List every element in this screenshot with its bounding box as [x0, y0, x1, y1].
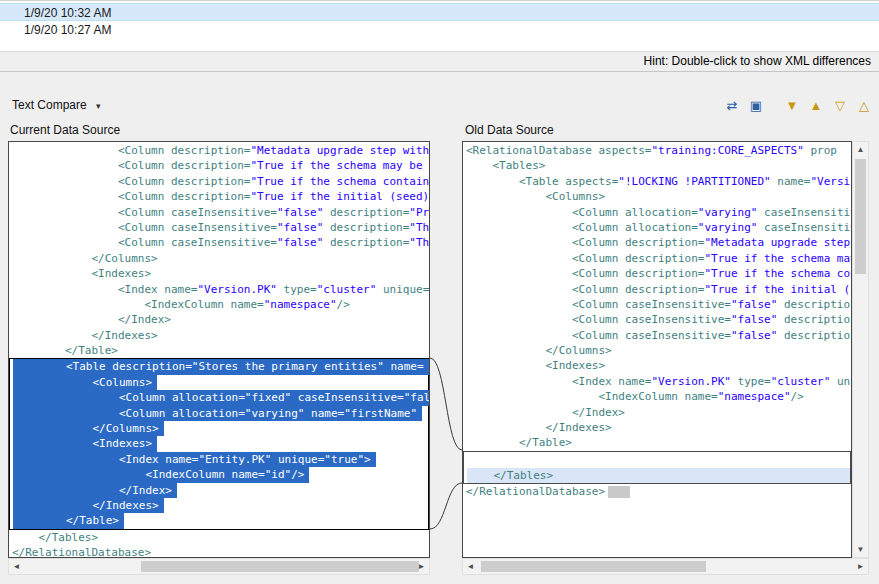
code-line[interactable]: </Index> — [466, 405, 851, 420]
code-line[interactable]: </Tables> — [12, 530, 429, 545]
previous-difference-icon[interactable]: ▲ — [805, 94, 827, 116]
history-row[interactable]: 1/9/20 10:32 AM — [0, 3, 879, 21]
code-line[interactable]: <Column caseInsensitive="false" descript… — [12, 235, 429, 250]
code-line[interactable]: </Table> — [12, 343, 429, 358]
code-line[interactable]: </Indexes> — [466, 420, 851, 435]
history-panel: 1/9/20 10:32 AM 1/9/20 10:27 AM Hint: Do… — [0, 0, 879, 72]
code-line[interactable]: </Table> — [13, 513, 428, 528]
code-line[interactable]: </RelationalDatabase> — [12, 545, 429, 558]
code-line[interactable]: </Index> — [12, 312, 429, 327]
right-hscroll-thumb[interactable] — [481, 561, 706, 572]
compare-toolbar-icons: ⇄▣▼▲▽△ — [719, 94, 875, 116]
history-row[interactable]: 1/9/20 10:27 AM — [0, 21, 879, 39]
code-line[interactable]: <Column allocation="varying" name="first… — [13, 406, 428, 421]
scroll-left-icon[interactable]: ◄ — [463, 559, 478, 574]
chevron-down-icon: ▾ — [96, 101, 101, 111]
code-line[interactable]: <Column allocation="varying" caseInsensi… — [466, 205, 851, 220]
scroll-right-icon[interactable]: ► — [853, 559, 868, 574]
diff-target-box: </Tables> — [463, 451, 851, 484]
code-line[interactable]: </Indexes> — [12, 328, 429, 343]
code-line[interactable]: <IndexColumn name="namespace"/> — [466, 389, 851, 404]
diff-alignment-gap — [467, 452, 850, 468]
code-line[interactable]: </Columns> — [13, 421, 428, 436]
vertical-scrollbar[interactable]: ▲ ▼ — [852, 141, 869, 558]
next-difference-icon[interactable]: ▼ — [781, 94, 803, 116]
code-line[interactable]: <Column description="True if the initial… — [466, 282, 851, 297]
code-line[interactable]: <Column description="True if the schema … — [466, 251, 851, 266]
hint-text: Hint: Double-click to show XML differenc… — [0, 51, 879, 72]
diff-change-box: <Table description="Stores the primary e… — [9, 358, 429, 529]
code-line[interactable]: <Column description="Metadata upgrade st… — [466, 235, 851, 250]
code-line[interactable]: <Column caseInsensitive="false" descript… — [12, 220, 429, 235]
code-line[interactable]: </Index> — [13, 483, 428, 498]
vscroll-thumb[interactable] — [855, 159, 866, 274]
scroll-up-icon[interactable]: ▲ — [853, 142, 868, 157]
code-line[interactable]: </Columns> — [12, 251, 429, 266]
code-line[interactable]: <Column allocation="fixed" caseInsensiti… — [13, 390, 428, 405]
code-line[interactable]: <Column caseInsensitive="false" descript… — [466, 297, 851, 312]
code-line[interactable]: <IndexColumn name="id"/> — [13, 467, 428, 482]
right-pane-content[interactable]: <RelationalDatabase aspects="training:CO… — [462, 141, 852, 558]
code-line[interactable]: <Column description="True if the schema … — [12, 174, 429, 189]
scroll-down-icon[interactable]: ▼ — [853, 542, 868, 557]
left-hscroll-thumb[interactable] — [141, 561, 419, 572]
code-line[interactable]: <Column description="Metadata upgrade st… — [12, 143, 429, 158]
left-pane-content[interactable]: <Column description="Metadata upgrade st… — [8, 141, 430, 558]
code-line[interactable]: </Tables> — [467, 468, 850, 483]
history-row-date: 1/9/20 10:32 AM — [24, 6, 111, 20]
code-line[interactable]: <Column caseInsensitive="false" descript… — [466, 328, 851, 343]
left-horizontal-scrollbar[interactable]: ◄ ► — [8, 558, 430, 575]
history-row-date: 1/9/20 10:27 AM — [24, 23, 111, 37]
previous-change-icon[interactable]: △ — [853, 94, 875, 116]
scroll-left-icon[interactable]: ◄ — [9, 559, 24, 574]
code-line[interactable]: <Indexes> — [466, 358, 851, 373]
code-line[interactable]: <Column caseInsensitive="false" descript… — [12, 205, 429, 220]
code-line[interactable]: <Column allocation="varying" caseInsensi… — [466, 220, 851, 235]
code-line[interactable]: <Column description="True if the schema … — [12, 158, 429, 173]
right-pane-title: Old Data Source — [465, 123, 554, 137]
diff-connector — [430, 141, 462, 558]
code-line[interactable]: <Index name="Entity.PK" unique="true"> — [13, 452, 428, 467]
code-line[interactable]: <Columns> — [13, 375, 428, 390]
scroll-right-icon[interactable]: ► — [414, 559, 429, 574]
right-horizontal-scrollbar[interactable]: ◄ ► — [462, 558, 869, 575]
code-line[interactable]: </RelationalDatabase> — [466, 484, 851, 499]
code-line[interactable]: <Indexes> — [12, 266, 429, 281]
code-line[interactable]: <Column caseInsensitive="false" descript… — [466, 312, 851, 327]
left-pane-title: Current Data Source — [10, 123, 120, 137]
code-line[interactable]: <RelationalDatabase aspects="training:CO… — [466, 143, 851, 158]
code-line[interactable]: <Index name="Version.PK" type="cluster" … — [466, 374, 851, 389]
swap-left-and-right-icon[interactable]: ⇄ — [721, 94, 743, 116]
code-line[interactable]: </Table> — [466, 435, 851, 450]
code-line[interactable]: <Column description="True if the schema … — [466, 266, 851, 281]
code-line[interactable]: </Columns> — [466, 343, 851, 358]
code-line[interactable]: </Indexes> — [13, 498, 428, 513]
code-line[interactable]: <Indexes> — [13, 436, 428, 451]
empty-selection-marker — [608, 486, 630, 498]
show-ancestor-pane-icon[interactable]: ▣ — [745, 94, 767, 116]
code-line[interactable]: <Columns> — [466, 189, 851, 204]
view-mode-dropdown[interactable]: Text Compare ▾ — [12, 98, 101, 112]
code-line[interactable]: <Column description="True if the initial… — [12, 189, 429, 204]
code-line[interactable]: <Index name="Version.PK" type="cluster" … — [12, 282, 429, 297]
view-mode-label: Text Compare — [12, 98, 87, 112]
code-line[interactable]: <Table description="Stores the primary e… — [13, 359, 428, 374]
code-line[interactable]: <Table aspects="!LOCKING !PARTITIONED" n… — [466, 174, 851, 189]
code-line[interactable]: <Tables> — [466, 158, 851, 173]
next-change-icon[interactable]: ▽ — [829, 94, 851, 116]
code-line[interactable]: <IndexColumn name="namespace"/> — [12, 297, 429, 312]
